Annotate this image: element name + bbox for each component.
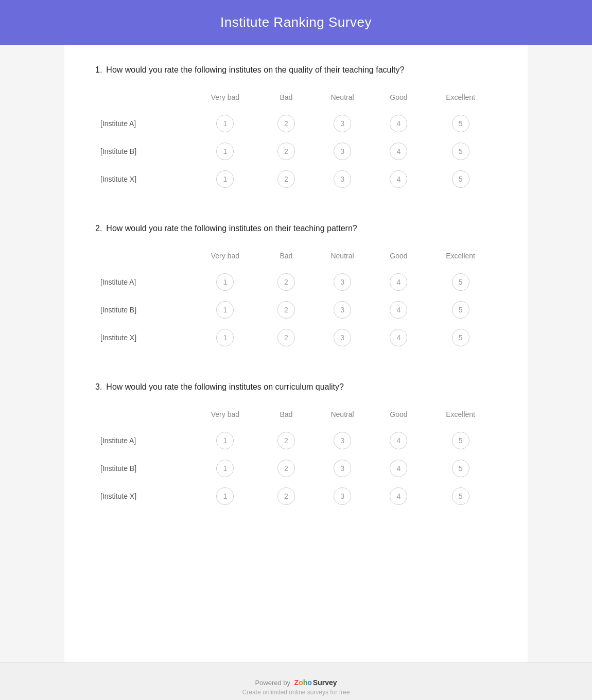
institute-label-3-1: [Institute A]: [95, 427, 189, 454]
radio-q1-r2-v1[interactable]: 1: [216, 143, 234, 160]
radio-q2-r2-v3[interactable]: 3: [334, 301, 351, 319]
question-3-title: 3. How would you rate the following inst…: [95, 382, 497, 392]
institute-label-3-2: [Institute B]: [95, 454, 189, 482]
institute-label-2-1: [Institute A]: [95, 268, 189, 296]
radio-q3-r1-v5[interactable]: 5: [452, 432, 469, 449]
radio-q2-r1-v5[interactable]: 5: [452, 273, 469, 291]
col-header-excellent: Excellent: [424, 89, 497, 110]
radio-q2-r1-v3[interactable]: 3: [334, 273, 351, 291]
radio-q3-r2-v5[interactable]: 5: [452, 460, 469, 477]
col-header-very-bad: Very bad: [189, 406, 260, 427]
radio-q2-r1-v2[interactable]: 2: [277, 273, 295, 291]
col-header-excellent: Excellent: [424, 248, 497, 268]
rating-table-3: Very badBadNeutralGoodExcellent[Institut…: [95, 406, 497, 510]
radio-q1-r3-v4[interactable]: 4: [390, 170, 407, 188]
col-header-good: Good: [373, 406, 424, 427]
radio-q3-r1-v2[interactable]: 2: [277, 432, 295, 449]
question-1-title: 1. How would you rate the following inst…: [95, 65, 497, 75]
institute-label-3-3: [Institute X]: [95, 482, 189, 510]
rating-table-1: Very badBadNeutralGoodExcellent[Institut…: [95, 89, 497, 193]
radio-q3-r3-v4[interactable]: 4: [390, 487, 407, 505]
radio-q2-r3-v4[interactable]: 4: [390, 329, 407, 346]
table-row: [Institute A]12345: [95, 268, 497, 296]
radio-q1-r3-v1[interactable]: 1: [216, 170, 234, 188]
col-header-good: Good: [373, 89, 424, 110]
radio-q2-r3-v5[interactable]: 5: [452, 329, 469, 346]
header: Institute Ranking Survey: [0, 0, 592, 45]
col-header-very-bad: Very bad: [189, 89, 260, 110]
radio-q1-r1-v4[interactable]: 4: [390, 115, 407, 132]
footer-tagline: Create unlimited online surveys for free: [10, 689, 582, 696]
radio-q2-r3-v2[interactable]: 2: [277, 329, 295, 346]
table-row: [Institute X]12345: [95, 165, 497, 193]
col-header-bad: Bad: [260, 248, 311, 268]
radio-q2-r2-v4[interactable]: 4: [390, 301, 407, 319]
radio-q3-r1-v1[interactable]: 1: [216, 432, 234, 449]
table-row: [Institute B]12345: [95, 137, 497, 165]
radio-q3-r1-v4[interactable]: 4: [390, 432, 407, 449]
radio-q2-r3-v1[interactable]: 1: [216, 329, 234, 346]
table-row: [Institute X]12345: [95, 324, 497, 352]
zoho-logo: Zoho Survey: [292, 678, 337, 687]
institute-label-2-3: [Institute X]: [95, 324, 189, 352]
col-header-excellent: Excellent: [424, 406, 497, 427]
radio-q2-r1-v1[interactable]: 1: [216, 273, 234, 291]
radio-q1-r2-v3[interactable]: 3: [334, 143, 351, 160]
radio-q2-r2-v1[interactable]: 1: [216, 301, 234, 319]
table-row: [Institute B]12345: [95, 296, 497, 324]
radio-q1-r2-v2[interactable]: 2: [277, 143, 295, 160]
col-header-very-bad: Very bad: [189, 248, 260, 268]
radio-q3-r2-v2[interactable]: 2: [277, 460, 295, 477]
col-header-neutral: Neutral: [311, 248, 373, 268]
radio-q3-r1-v3[interactable]: 3: [334, 432, 351, 449]
radio-q1-r1-v3[interactable]: 3: [334, 115, 351, 132]
footer: Powered by Zoho Survey Create unlimited …: [0, 662, 592, 700]
radio-q1-r3-v5[interactable]: 5: [452, 170, 469, 188]
institute-label-2-2: [Institute B]: [95, 296, 189, 324]
col-header-bad: Bad: [260, 406, 311, 427]
radio-q3-r2-v3[interactable]: 3: [334, 460, 351, 477]
radio-q3-r2-v1[interactable]: 1: [216, 460, 234, 477]
radio-q1-r3-v3[interactable]: 3: [334, 170, 351, 188]
question-1: 1. How would you rate the following inst…: [95, 65, 497, 193]
radio-q1-r1-v5[interactable]: 5: [452, 115, 469, 132]
question-3: 3. How would you rate the following inst…: [95, 382, 497, 510]
question-2: 2. How would you rate the following inst…: [95, 224, 497, 352]
table-row: [Institute A]12345: [95, 110, 497, 137]
radio-q3-r3-v1[interactable]: 1: [216, 487, 234, 505]
table-row: [Institute B]12345: [95, 454, 497, 482]
col-header-neutral: Neutral: [311, 406, 373, 427]
institute-label-1-1: [Institute A]: [95, 110, 189, 137]
main-content: 1. How would you rate the following inst…: [64, 45, 528, 662]
question-2-title: 2. How would you rate the following inst…: [95, 224, 497, 233]
radio-q1-r1-v1[interactable]: 1: [216, 115, 234, 132]
radio-q3-r3-v2[interactable]: 2: [277, 487, 295, 505]
table-row: [Institute A]12345: [95, 427, 497, 454]
radio-q2-r1-v4[interactable]: 4: [390, 273, 407, 291]
institute-label-1-3: [Institute X]: [95, 165, 189, 193]
radio-q1-r2-v5[interactable]: 5: [452, 143, 469, 160]
institute-label-1-2: [Institute B]: [95, 137, 189, 165]
table-row: [Institute X]12345: [95, 482, 497, 510]
radio-q1-r1-v2[interactable]: 2: [277, 115, 295, 132]
radio-q3-r3-v5[interactable]: 5: [452, 487, 469, 505]
radio-q2-r2-v2[interactable]: 2: [277, 301, 295, 319]
radio-q1-r2-v4[interactable]: 4: [390, 143, 407, 160]
radio-q1-r3-v2[interactable]: 2: [277, 170, 295, 188]
radio-q2-r3-v3[interactable]: 3: [334, 329, 351, 346]
col-header-neutral: Neutral: [311, 89, 373, 110]
page-title: Institute Ranking Survey: [10, 14, 582, 30]
col-header-bad: Bad: [260, 89, 311, 110]
radio-q3-r3-v3[interactable]: 3: [334, 487, 351, 505]
radio-q2-r2-v5[interactable]: 5: [452, 301, 469, 319]
rating-table-2: Very badBadNeutralGoodExcellent[Institut…: [95, 248, 497, 352]
col-header-good: Good: [373, 248, 424, 268]
radio-q3-r2-v4[interactable]: 4: [390, 460, 407, 477]
powered-by-label: Powered by: [255, 679, 290, 687]
